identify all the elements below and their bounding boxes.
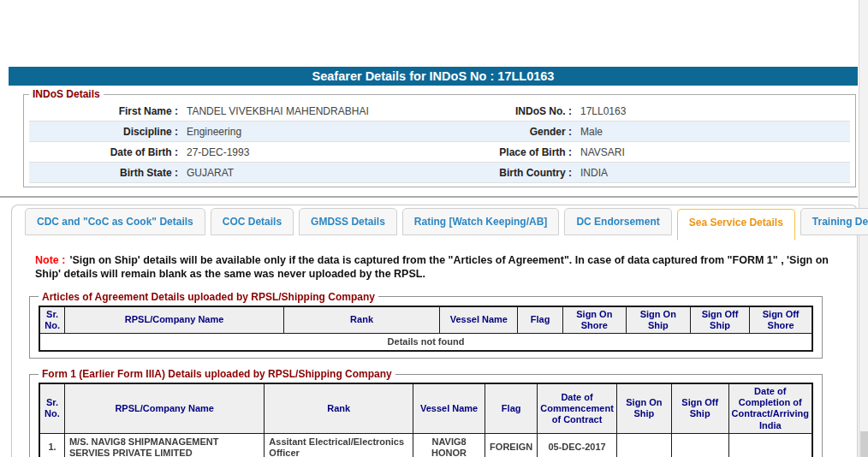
indos-row-discipline: Discipline : Engineering Gender : Male bbox=[29, 122, 850, 142]
tab-cdc-coc-as-cook-details[interactable]: CDC and "CoC as Cook" Details bbox=[25, 208, 205, 235]
indos-details-legend: INDoS Details bbox=[29, 88, 104, 100]
col-vessel: Vessel Name bbox=[440, 306, 518, 334]
col-sr-no: Sr. No. bbox=[39, 383, 64, 433]
place-of-birth-value: NAVSARI bbox=[577, 146, 850, 158]
cell-vessel: NAVIG8 HONOR bbox=[413, 433, 485, 457]
section-divider bbox=[0, 196, 858, 198]
tab-bar: CDC and "CoC as Cook" Details COC Detail… bbox=[25, 208, 857, 235]
indos-no-label: INDoS No. : bbox=[393, 105, 577, 117]
col-date-completion: Date of Completion of Contract/Arriving … bbox=[728, 383, 812, 433]
articles-header-row: Sr. No. RPSL/Company Name Rank Vessel Na… bbox=[39, 306, 812, 334]
col-sign-off-shore: Sign Off Shore bbox=[750, 306, 812, 334]
articles-of-agreement-legend: Articles of Agreement Details uploaded b… bbox=[39, 291, 378, 303]
tab-coc-details[interactable]: COC Details bbox=[211, 208, 294, 235]
col-sign-on-ship: Sign On Ship bbox=[616, 383, 671, 433]
form1-table: Sr. No. RPSL/Company Name Rank Vessel Na… bbox=[39, 383, 813, 457]
cell-sign-on-ship bbox=[616, 433, 671, 457]
col-sign-off-ship: Sign Off Ship bbox=[671, 383, 728, 433]
page-content: Seafarer Details for INDoS No : 17LL0163… bbox=[0, 0, 858, 457]
page-title: Seafarer Details for INDoS No : 17LL0163 bbox=[9, 67, 858, 86]
note-body: 'Sign on Ship' details will be available… bbox=[35, 254, 829, 280]
articles-of-agreement-table: Sr. No. RPSL/Company Name Rank Vessel Na… bbox=[39, 306, 813, 353]
tab-training-details[interactable]: Training Details bbox=[800, 208, 868, 235]
col-company: RPSL/Company Name bbox=[64, 383, 264, 433]
cell-sign-off-ship bbox=[671, 433, 728, 457]
details-not-found-message: Details not found bbox=[39, 333, 812, 351]
discipline-label: Discipline : bbox=[29, 126, 183, 138]
col-sign-off-ship: Sign Off Ship bbox=[690, 306, 750, 334]
indos-no-value: 17LL0163 bbox=[577, 105, 850, 117]
col-sign-on-shore: Sign On Shore bbox=[562, 306, 626, 334]
col-rank: Rank bbox=[265, 383, 413, 433]
tab-rating-watch-keeping-ab[interactable]: Rating [Watch Keeping/AB] bbox=[402, 208, 560, 235]
cell-sr-no: 1. bbox=[39, 433, 64, 457]
note-text: Note :'Sign on Ship' details will be ava… bbox=[35, 253, 841, 282]
cell-date-commencement: 05-DEC-2017 bbox=[538, 433, 617, 457]
cell-flag: FOREIGN bbox=[485, 433, 538, 457]
col-sr-no: Sr. No. bbox=[39, 306, 65, 334]
cell-date-completion bbox=[728, 433, 812, 457]
date-of-birth-label: Date of Birth : bbox=[29, 146, 183, 158]
col-sign-on-ship: Sign On Ship bbox=[626, 306, 690, 334]
cell-rank: Assitant Electrical/Electronics Officer bbox=[265, 433, 413, 457]
vertical-scrollbar-thumb[interactable] bbox=[860, 431, 868, 457]
discipline-value: Engineering bbox=[183, 126, 393, 138]
table-row: Details not found bbox=[39, 333, 812, 351]
gender-label: Gender : bbox=[393, 126, 577, 138]
birth-state-label: Birth State : bbox=[29, 167, 183, 179]
first-name-label: First Name : bbox=[29, 105, 183, 117]
place-of-birth-label: Place of Birth : bbox=[393, 146, 577, 158]
tab-panel: CDC and "CoC as Cook" Details COC Detail… bbox=[11, 205, 858, 457]
col-company: RPSL/Company Name bbox=[65, 306, 284, 334]
indos-row-state: Birth State : GUJARAT Birth Country : IN… bbox=[29, 163, 850, 183]
indos-row-birth: Date of Birth : 27-DEC-1993 Place of Bir… bbox=[29, 142, 850, 163]
articles-of-agreement-fieldset: Articles of Agreement Details uploaded b… bbox=[29, 291, 823, 359]
tab-dc-endorsement[interactable]: DC Endorsement bbox=[564, 208, 671, 235]
indos-row-name: First Name : TANDEL VIVEKBHAI MAHENDRABH… bbox=[29, 101, 850, 122]
form1-fieldset: Form 1 (Earlier Form IIIA) Details uploa… bbox=[29, 368, 823, 457]
col-flag: Flag bbox=[485, 383, 538, 433]
indos-details-fieldset: INDoS Details First Name : TANDEL VIVEKB… bbox=[23, 88, 856, 187]
top-whitespace bbox=[0, 0, 858, 67]
first-name-value: TANDEL VIVEKBHAI MAHENDRABHAI bbox=[183, 105, 393, 117]
col-vessel: Vessel Name bbox=[413, 383, 485, 433]
gender-value: Male bbox=[577, 126, 850, 138]
col-date-commencement: Date of Commencement of Contract bbox=[538, 383, 617, 433]
cell-company: M/S. NAVIG8 SHIPMANAGEMENT SERVIES PRIVA… bbox=[64, 433, 264, 457]
col-flag: Flag bbox=[518, 306, 562, 334]
date-of-birth-value: 27-DEC-1993 bbox=[183, 146, 393, 158]
birth-country-label: Birth Country : bbox=[393, 167, 577, 179]
form1-legend: Form 1 (Earlier Form IIIA) Details uploa… bbox=[39, 368, 395, 380]
tab-gmdss-details[interactable]: GMDSS Details bbox=[299, 208, 397, 235]
form1-header-row: Sr. No. RPSL/Company Name Rank Vessel Na… bbox=[39, 383, 812, 433]
tab-sea-service-details[interactable]: Sea Service Details bbox=[677, 209, 795, 240]
col-rank: Rank bbox=[283, 306, 439, 334]
table-row: 1. M/S. NAVIG8 SHIPMANAGEMENT SERVIES PR… bbox=[39, 433, 812, 457]
note-prefix: Note : bbox=[35, 254, 69, 266]
birth-country-value: INDIA bbox=[577, 167, 850, 179]
birth-state-value: GUJARAT bbox=[183, 167, 393, 179]
